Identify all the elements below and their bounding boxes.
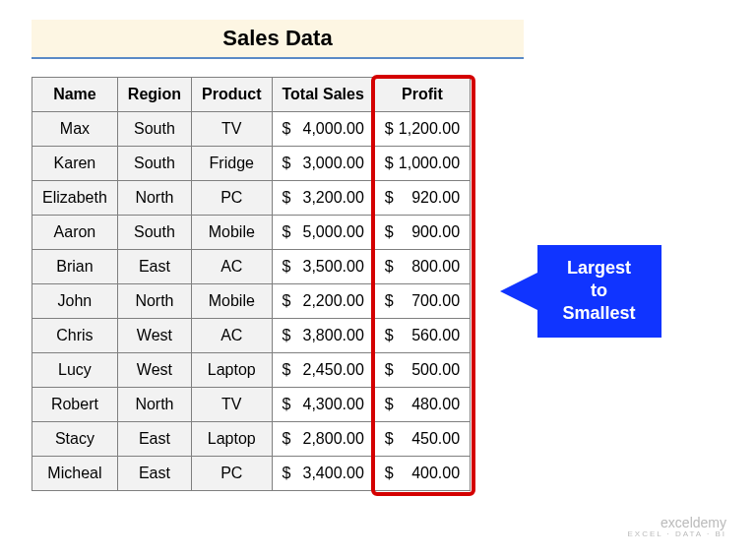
cell-total-sales: $2,800.00 <box>272 422 374 457</box>
watermark-tag: EXCEL · DATA · BI <box>627 530 726 539</box>
cell-product: TV <box>192 112 272 147</box>
cell-region: South <box>117 147 191 181</box>
cell-product: TV <box>192 388 272 422</box>
cell-region: South <box>117 112 191 147</box>
cell-name: Micheal <box>32 457 118 491</box>
cell-name: Brian <box>32 250 118 284</box>
table-row: ElizabethNorthPC$3,200.00$920.00 <box>32 181 471 216</box>
table-row: BrianEastAC$3,500.00$800.00 <box>32 250 471 284</box>
col-name: Name <box>32 78 118 112</box>
cell-product: PC <box>192 457 272 491</box>
cell-profit: $500.00 <box>374 353 470 388</box>
cell-total-sales: $3,200.00 <box>272 181 374 216</box>
cell-total-sales: $2,450.00 <box>272 353 374 388</box>
cell-total-sales: $4,000.00 <box>272 112 374 147</box>
callout-line1: Largest <box>555 257 644 280</box>
col-profit: Profit <box>374 78 470 112</box>
cell-profit: $1,200.00 <box>374 112 470 147</box>
cell-total-sales: $3,800.00 <box>272 319 374 353</box>
table-row: MaxSouthTV$4,000.00$1,200.00 <box>32 112 471 147</box>
cell-total-sales: $5,000.00 <box>272 216 374 250</box>
cell-total-sales: $3,500.00 <box>272 250 374 284</box>
page-title: Sales Data <box>222 26 332 50</box>
cell-region: East <box>117 250 191 284</box>
cell-profit: $400.00 <box>374 457 470 491</box>
col-region: Region <box>117 78 191 112</box>
cell-region: North <box>117 284 191 319</box>
col-product: Product <box>192 78 272 112</box>
cell-product: PC <box>192 181 272 216</box>
callout-line3: Smallest <box>555 302 644 325</box>
title-bar: Sales Data <box>32 20 524 59</box>
col-total-sales: Total Sales <box>272 78 374 112</box>
cell-region: South <box>117 216 191 250</box>
table-row: RobertNorthTV$4,300.00$480.00 <box>32 388 471 422</box>
table-row: StacyEastLaptop$2,800.00$450.00 <box>32 422 471 457</box>
cell-name: Stacy <box>32 422 118 457</box>
cell-profit: $560.00 <box>374 319 470 353</box>
watermark-brand: exceldemy <box>627 516 726 530</box>
table-row: AaronSouthMobile$5,000.00$900.00 <box>32 216 471 250</box>
cell-region: North <box>117 181 191 216</box>
cell-total-sales: $3,400.00 <box>272 457 374 491</box>
callout-largest-smallest: Largest to Smallest <box>500 245 662 338</box>
cell-product: Laptop <box>192 353 272 388</box>
callout-line2: to <box>555 280 644 302</box>
cell-profit: $480.00 <box>374 388 470 422</box>
cell-product: Mobile <box>192 216 272 250</box>
cell-name: Aaron <box>32 216 118 250</box>
cell-total-sales: $3,000.00 <box>272 147 374 181</box>
cell-total-sales: $4,300.00 <box>272 388 374 422</box>
watermark: exceldemy EXCEL · DATA · BI <box>627 516 726 539</box>
table-row: JohnNorthMobile$2,200.00$700.00 <box>32 284 471 319</box>
cell-region: East <box>117 457 191 491</box>
cell-product: AC <box>192 250 272 284</box>
cell-name: Chris <box>32 319 118 353</box>
cell-name: Max <box>32 112 118 147</box>
cell-name: Robert <box>32 388 118 422</box>
cell-region: West <box>117 353 191 388</box>
cell-region: West <box>117 319 191 353</box>
cell-profit: $900.00 <box>374 216 470 250</box>
callout-arrow-icon <box>500 272 539 311</box>
cell-profit: $700.00 <box>374 284 470 319</box>
cell-name: John <box>32 284 118 319</box>
cell-total-sales: $2,200.00 <box>272 284 374 319</box>
cell-region: North <box>117 388 191 422</box>
cell-product: Fridge <box>192 147 272 181</box>
cell-name: Lucy <box>32 353 118 388</box>
callout-box: Largest to Smallest <box>537 245 662 338</box>
cell-product: Laptop <box>192 422 272 457</box>
table-row: MichealEastPC$3,400.00$400.00 <box>32 457 471 491</box>
sales-table: Name Region Product Total Sales Profit M… <box>32 77 471 491</box>
table-header-row: Name Region Product Total Sales Profit <box>32 78 471 112</box>
cell-product: Mobile <box>192 284 272 319</box>
cell-profit: $800.00 <box>374 250 470 284</box>
cell-name: Karen <box>32 147 118 181</box>
cell-region: East <box>117 422 191 457</box>
cell-name: Elizabeth <box>32 181 118 216</box>
table-row: LucyWestLaptop$2,450.00$500.00 <box>32 353 471 388</box>
table-row: KarenSouthFridge$3,000.00$1,000.00 <box>32 147 471 181</box>
cell-profit: $920.00 <box>374 181 470 216</box>
table-row: ChrisWestAC$3,800.00$560.00 <box>32 319 471 353</box>
cell-profit: $1,000.00 <box>374 147 470 181</box>
cell-profit: $450.00 <box>374 422 470 457</box>
cell-product: AC <box>192 319 272 353</box>
